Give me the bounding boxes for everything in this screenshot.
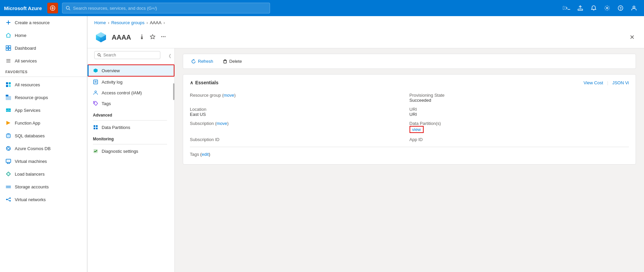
data-partitions-label-ess: Data Partition(s) — [410, 121, 629, 126]
upload-icon[interactable] — [574, 2, 586, 14]
breadcrumb-sep-3: › — [163, 20, 165, 25]
left-nav-item-tags[interactable]: Tags — [88, 98, 172, 109]
svg-point-11 — [633, 6, 635, 8]
svg-line-45 — [7, 199, 9, 201]
left-nav-search-input[interactable] — [103, 53, 157, 57]
svg-rect-26 — [6, 95, 8, 96]
settings-icon[interactable] — [601, 2, 613, 14]
dashboard-icon — [5, 45, 11, 51]
delete-button[interactable]: Delete — [219, 57, 246, 66]
json-view-link[interactable]: JSON Vi — [612, 80, 629, 85]
svg-text:</>: </> — [6, 109, 10, 112]
svg-marker-29 — [6, 121, 10, 125]
activity-log-label: Activity log — [102, 80, 122, 85]
svg-text:?: ? — [620, 6, 622, 10]
person-icon[interactable] — [628, 2, 640, 14]
left-nav-item-overview[interactable]: Overview — [88, 64, 174, 77]
svg-line-57 — [100, 56, 101, 57]
subscription-move-link[interactable]: move — [217, 121, 227, 126]
resource-title: AAAA — [112, 34, 131, 41]
diagnostic-settings-label: Diagnostic settings — [102, 149, 138, 154]
sidebar-item-home[interactable]: Home — [0, 29, 87, 42]
breadcrumb-resource-groups[interactable]: Resource groups — [111, 20, 145, 25]
sidebar-item-virtual-networks[interactable]: Virtual networks — [0, 193, 87, 206]
sidebar-item-cosmos-db[interactable]: Azure Cosmos DB — [0, 142, 87, 155]
close-button[interactable]: ✕ — [627, 32, 637, 42]
activity-log-icon — [93, 79, 98, 85]
svg-marker-52 — [150, 35, 155, 39]
advanced-section-label: Advanced — [88, 109, 172, 119]
svg-rect-6 — [578, 9, 583, 10]
sidebar-item-storage-accounts[interactable]: Storage accounts — [0, 180, 87, 193]
left-nav-item-data-partitions[interactable]: Data Partitions — [88, 122, 172, 133]
sidebar-item-resource-groups[interactable]: Resource groups — [0, 91, 87, 104]
svg-rect-59 — [94, 80, 98, 84]
sql-label: SQL databases — [15, 133, 45, 138]
vm-icon — [5, 158, 11, 164]
left-nav-item-activity-log[interactable]: Activity log — [88, 77, 172, 87]
svg-rect-15 — [9, 46, 11, 48]
bell-icon[interactable] — [588, 2, 600, 14]
sidebar-item-function-app[interactable]: Function App — [0, 117, 87, 129]
sidebar-item-load-balancers[interactable]: Load balancers — [0, 168, 87, 180]
view-cost-link[interactable]: View Cost — [584, 80, 603, 85]
resource-header-actions — [138, 33, 167, 42]
sidebar-item-create-resource[interactable]: Create a resource — [0, 16, 87, 29]
toolbar: Refresh Delete — [183, 54, 636, 69]
question-icon[interactable]: ? — [614, 2, 627, 14]
svg-point-8 — [606, 7, 608, 9]
location-cell: Location East US — [190, 105, 410, 119]
home-label: Home — [15, 33, 26, 38]
data-partitions-cell: Data Partition(s) view — [410, 119, 629, 135]
data-partitions-view-link[interactable]: view — [410, 126, 424, 133]
location-value: East US — [190, 112, 410, 117]
all-resources-icon — [5, 82, 11, 88]
sidebar-item-app-services[interactable]: </> App Services — [0, 104, 87, 117]
svg-marker-58 — [94, 69, 98, 73]
app-services-label: App Services — [15, 108, 41, 113]
essentials-title: ∧ Essentials — [190, 80, 218, 85]
refresh-label: Refresh — [198, 59, 213, 64]
pin-icon[interactable] — [138, 33, 146, 42]
sidebar-item-all-services[interactable]: All services — [0, 54, 87, 67]
refresh-button[interactable]: Refresh — [187, 57, 217, 66]
global-search-input[interactable] — [73, 6, 266, 11]
svg-point-53 — [161, 36, 162, 37]
left-nav-search[interactable] — [94, 51, 160, 59]
terminal-icon[interactable]:  — [561, 2, 573, 14]
rg-move-link[interactable]: move — [223, 93, 234, 98]
create-resource-label: Create a resource — [15, 20, 50, 25]
breadcrumb-sep-2: › — [147, 20, 148, 25]
tags-edit-link[interactable]: edit — [202, 152, 209, 157]
lb-label: Load balancers — [15, 172, 45, 177]
overview-label: Overview — [102, 68, 120, 73]
dashboard-label: Dashboard — [15, 46, 36, 51]
delete-label: Delete — [229, 59, 242, 64]
more-icon[interactable] — [159, 33, 167, 42]
essentials-bottom-divider — [190, 147, 629, 147]
favorite-icon[interactable] — [149, 33, 157, 42]
breadcrumb-home[interactable]: Home — [94, 20, 106, 25]
global-search[interactable] — [62, 3, 270, 13]
svg-rect-65 — [94, 125, 95, 127]
svg-rect-67 — [94, 128, 95, 129]
left-nav-collapse-btn[interactable]: 《 — [166, 53, 172, 60]
svg-point-51 — [141, 38, 143, 39]
left-nav-item-access-control[interactable]: Access control (IAM) — [88, 87, 172, 98]
resource-groups-icon — [5, 94, 11, 100]
svg-marker-63 — [94, 101, 98, 105]
provisioning-state-value: Succeeded — [410, 98, 629, 103]
svg-marker-37 — [6, 172, 10, 176]
sidebar-item-dashboard[interactable]: Dashboard — [0, 42, 87, 54]
sidebar-item-sql-databases[interactable]: SQL databases — [0, 129, 87, 142]
svg-rect-68 — [96, 128, 98, 129]
sidebar-item-virtual-machines[interactable]: Virtual machines — [0, 155, 87, 168]
monitoring-section-label: Monitoring — [88, 133, 172, 143]
right-content-area: Refresh Delete ∧ Essentials — [175, 48, 644, 272]
svg-rect-33 — [6, 159, 11, 163]
function-app-label: Function App — [15, 121, 40, 126]
essentials-collapse-arrow[interactable]: ∧ — [190, 80, 193, 85]
svg-line-4 — [69, 9, 70, 10]
left-nav-item-diagnostic-settings[interactable]: Diagnostic settings — [88, 146, 172, 156]
sidebar-item-all-resources[interactable]: All resources — [0, 78, 87, 91]
